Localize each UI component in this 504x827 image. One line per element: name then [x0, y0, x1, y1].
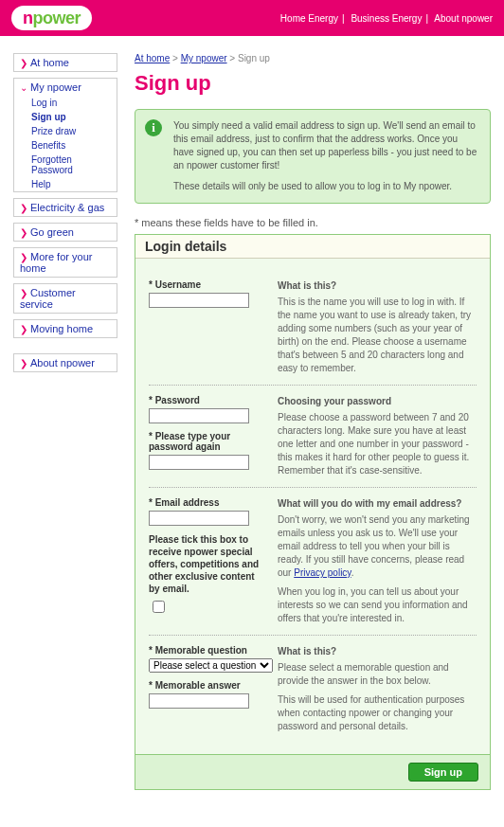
help-email-title: What will you do with my email address?: [278, 497, 477, 511]
sidebar-sub-help[interactable]: Help: [14, 177, 117, 191]
label-email: * Email address: [149, 497, 262, 508]
main: At home > My npower > Sign up Sign up i …: [135, 53, 491, 790]
top-nav: Home Energy| Business Energy| About npow…: [280, 13, 493, 24]
sidebar-sub-prize[interactable]: Prize draw: [14, 124, 117, 138]
sidebar-sub-forgot[interactable]: Forgotten Password: [14, 153, 117, 177]
info-text-1: You simply need a valid email address to…: [173, 119, 480, 172]
sidebar-item-more[interactable]: ❯More for your home: [14, 248, 117, 277]
label-answer: * Memorable answer: [149, 680, 262, 691]
crumb-my[interactable]: My npower: [181, 53, 227, 63]
help-question-body2: This will be used for authentication pur…: [278, 694, 464, 731]
sidebar: ❯At home ⌄My npower Log in Sign up Prize…: [13, 53, 117, 790]
info-box: i You simply need a valid email address …: [135, 109, 491, 204]
sidebar-item-customer[interactable]: ❯Customer service: [14, 284, 117, 313]
label-offers: Please tick this box to receive npower s…: [149, 533, 262, 595]
help-username-body: This is the name you will use to log in …: [278, 297, 471, 373]
answer-input[interactable]: [149, 693, 249, 709]
chevron-icon: ❯: [20, 252, 27, 262]
help-email-body2: When you log in, you can tell us about y…: [278, 586, 468, 623]
chevron-icon: ❯: [20, 227, 27, 238]
info-text-2: These details will only be used to allow…: [173, 180, 480, 193]
label-password: * Password: [149, 395, 262, 405]
label-question: * Memorable question: [149, 645, 262, 656]
offers-checkbox[interactable]: [153, 601, 165, 613]
sidebar-item-mynpower[interactable]: ⌄My npower: [14, 79, 117, 96]
username-input[interactable]: [149, 293, 249, 308]
sidebar-item-gogreen[interactable]: ❯Go green: [14, 224, 117, 241]
nav-business-energy[interactable]: Business Energy: [351, 13, 422, 24]
sidebar-sub-login[interactable]: Log in: [14, 96, 117, 110]
chevron-icon: ❯: [20, 288, 27, 298]
page-title: Sign up: [135, 71, 491, 96]
chevron-icon: ❯: [20, 358, 27, 369]
help-question-title: What is this?: [278, 645, 477, 658]
help-password-body: Please choose a password between 7 and 2…: [278, 412, 469, 476]
question-select[interactable]: Please select a question: [149, 658, 273, 673]
info-icon: i: [145, 119, 162, 136]
sidebar-item-moving[interactable]: ❯Moving home: [14, 320, 117, 337]
nav-about[interactable]: About npower: [434, 13, 493, 24]
top-bar: npower Home Energy| Business Energy| Abo…: [0, 0, 504, 36]
sidebar-sub-benefits[interactable]: Benefits: [14, 138, 117, 153]
password-input[interactable]: [149, 408, 249, 423]
sidebar-sub-signup[interactable]: Sign up: [14, 110, 117, 124]
chevron-icon: ❯: [20, 203, 27, 213]
sidebar-item-athome[interactable]: ❯At home: [14, 54, 117, 71]
section-title: Login details: [135, 235, 490, 259]
privacy-link[interactable]: Privacy policy: [294, 567, 351, 578]
label-password2: * Please type your password again: [149, 431, 262, 452]
nav-home-energy[interactable]: Home Energy: [280, 13, 338, 24]
help-username-title: What is this?: [278, 279, 477, 293]
email-input[interactable]: [149, 511, 249, 526]
breadcrumb: At home > My npower > Sign up: [135, 53, 491, 63]
chevron-icon: ❯: [20, 58, 27, 68]
password2-input[interactable]: [149, 455, 249, 470]
sidebar-item-electricity[interactable]: ❯Electricity & gas: [14, 199, 117, 216]
help-question-body1: Please select a memorable question and p…: [278, 662, 449, 686]
required-note: * means these fields have to be filled i…: [135, 217, 491, 228]
crumb-current: Sign up: [238, 53, 270, 63]
sidebar-item-about[interactable]: ❯About npower: [14, 354, 117, 371]
help-password-title: Choosing your password: [278, 395, 477, 408]
label-username: * Username: [149, 279, 262, 290]
logo[interactable]: npower: [11, 6, 92, 30]
signup-button[interactable]: Sign up: [408, 763, 478, 782]
crumb-home[interactable]: At home: [135, 53, 170, 63]
chevron-down-icon: ⌄: [20, 82, 27, 93]
form-box: Login details * Username What is this? T…: [135, 234, 491, 790]
chevron-icon: ❯: [20, 324, 27, 334]
